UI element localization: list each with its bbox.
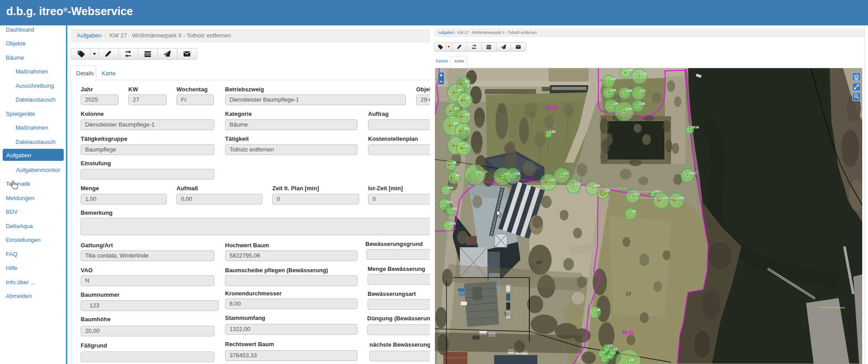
svg-text:Bäume / Totholz entfernen: Bäume / Totholz entfernen bbox=[635, 190, 663, 193]
svg-text:97: 97 bbox=[465, 144, 469, 148]
svg-text:99: 99 bbox=[455, 173, 459, 177]
svg-text:128: 128 bbox=[639, 102, 645, 106]
svg-text:129: 129 bbox=[626, 107, 632, 111]
svg-text:90: 90 bbox=[458, 88, 462, 92]
svg-text:133: 133 bbox=[610, 88, 616, 92]
svg-text:89: 89 bbox=[465, 79, 469, 83]
svg-text:29-01: 29-01 bbox=[546, 105, 558, 110]
svg-text:92: 92 bbox=[454, 106, 459, 110]
svg-text:101: 101 bbox=[446, 200, 452, 204]
svg-text:103: 103 bbox=[450, 221, 456, 225]
svg-text:132: 132 bbox=[610, 77, 616, 81]
svg-text:125: 125 bbox=[678, 196, 684, 200]
svg-text:26: 26 bbox=[632, 209, 636, 213]
svg-text:30-01: 30-01 bbox=[622, 330, 634, 335]
svg-text:98: 98 bbox=[452, 160, 456, 164]
svg-text:113: 113 bbox=[476, 170, 482, 174]
svg-text:22: 22 bbox=[614, 347, 618, 351]
svg-text:23: 23 bbox=[608, 344, 612, 348]
svg-text:95: 95 bbox=[464, 127, 468, 131]
svg-text:91: 91 bbox=[466, 96, 470, 100]
svg-text:127: 127 bbox=[640, 89, 646, 93]
svg-text:1016: 1016 bbox=[691, 125, 699, 129]
svg-text:93: 93 bbox=[465, 112, 469, 116]
svg-text:117: 117 bbox=[563, 171, 569, 175]
svg-text:24: 24 bbox=[630, 358, 634, 362]
svg-text:50: 50 bbox=[504, 311, 509, 317]
svg-text:100: 100 bbox=[447, 186, 454, 190]
svg-text:230: 230 bbox=[626, 68, 633, 72]
svg-text:276: 276 bbox=[641, 72, 647, 76]
svg-text:130: 130 bbox=[549, 130, 556, 134]
svg-text:139: 139 bbox=[626, 89, 632, 93]
svg-text:1017: 1017 bbox=[689, 171, 697, 175]
svg-text:118: 118 bbox=[575, 182, 581, 186]
svg-text:60: 60 bbox=[536, 259, 542, 266]
svg-text:Bäume / Stamm- und Stockaustri: Bäume / Stamm- und Stockaustriebe entf. bbox=[631, 196, 677, 199]
svg-text:Bäume / Stamm- und Stockaustri: Bäume / Stamm- und Stockaustriebe entf. bbox=[583, 187, 629, 190]
svg-text:102: 102 bbox=[451, 207, 458, 211]
svg-text:115: 115 bbox=[514, 172, 520, 176]
svg-text:94: 94 bbox=[454, 121, 458, 125]
svg-text:25: 25 bbox=[596, 308, 600, 312]
svg-text:53: 53 bbox=[626, 290, 631, 297]
